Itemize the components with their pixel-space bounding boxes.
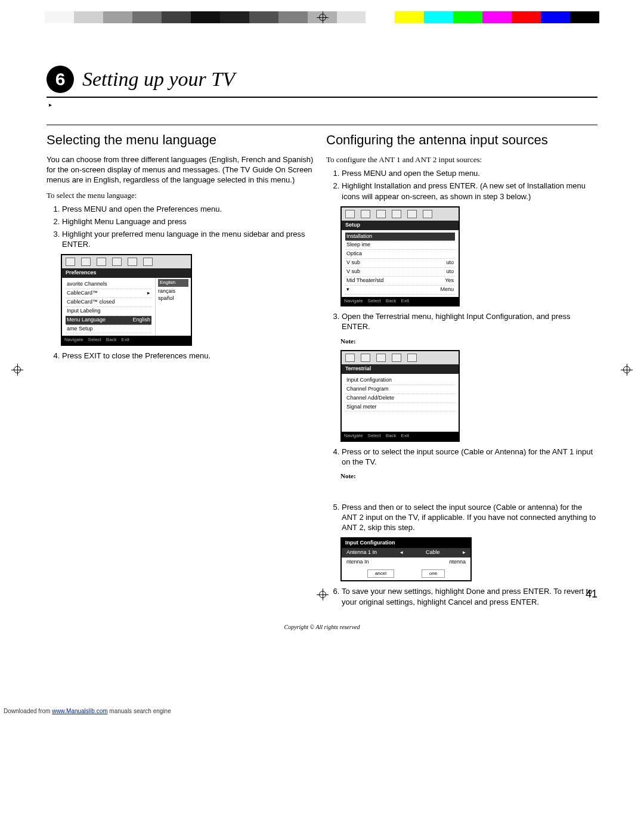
step-item: Press EXIT to close the Preferences menu… [62, 351, 318, 361]
nav-hint: Exit [401, 298, 409, 305]
step-item: Press MENU and open the Preferences menu… [62, 204, 318, 214]
menu-row: ame Setup [67, 326, 93, 333]
steps-list-right-4: Press or to select the input source (Cab… [342, 447, 597, 467]
menu-row: Sleep ime [346, 241, 370, 249]
menu-row: Menu [440, 286, 454, 293]
nav-hint: Exit [122, 337, 129, 343]
menu-screenshot-terrestrial: Terrestrial Input Configuration Channel … [340, 350, 460, 442]
steps-list-right-6: To save your new settings, highlight Don… [342, 586, 597, 606]
nav-hint: Navigate [64, 337, 83, 343]
menu-row: CableCard™ [67, 290, 98, 297]
menu-row: CableCard™ closed [67, 299, 115, 306]
menu-row: Channel Program [346, 386, 389, 393]
section-rule [47, 125, 597, 125]
menu-title: Preferences [62, 268, 191, 278]
manualslib-link[interactable]: www.Manualslib.com [52, 708, 107, 714]
menu-row: Mid Theater/std [346, 277, 383, 284]
config-row: Antenna 1 In [346, 549, 377, 556]
menu-option: spañol [158, 295, 188, 302]
nav-hint: Back [386, 298, 397, 305]
config-row: ntenna In [346, 559, 369, 566]
column-left: Selecting the menu language You can choo… [47, 131, 318, 612]
menu-title: Terrestrial [342, 364, 459, 374]
menu-row-hl: Installation [346, 233, 372, 240]
steps-list-right: Press MENU and open the Setup menu. High… [342, 168, 597, 201]
step-item: To save your new settings, highlight Don… [342, 586, 597, 606]
nav-hint: Select [368, 433, 381, 439]
step-item: Highlight Menu Language and press [62, 216, 318, 227]
menu-option: rançais [158, 288, 188, 295]
menu-row: Channel Add/Delete [346, 395, 394, 402]
copyright-line: Copyright © All rights reserved [47, 624, 597, 630]
nav-hint: Select [368, 298, 381, 305]
menu-screenshot-input-config: Input Configuration Antenna 1 In◂Cable▸ … [340, 537, 472, 581]
registration-mark-left [11, 364, 23, 376]
menu-screenshot-preferences: Preferences avorite Channels CableCard™▸… [61, 254, 192, 346]
chapter-title: Setting up your TV [82, 68, 235, 91]
nav-hint: Exit [401, 433, 409, 439]
subheading-right: To configure the ANT 1 and ANT 2 input s… [326, 154, 597, 165]
section-heading-left: Selecting the menu language [47, 131, 318, 148]
registration-mark-right [621, 364, 633, 376]
nav-hint: Navigate [344, 298, 363, 305]
subheading-left: To select the menu language: [47, 190, 318, 200]
step-item: Press MENU and open the Setup menu. [342, 168, 597, 178]
steps-list-left: Press MENU and open the Preferences menu… [62, 204, 318, 250]
registration-mark-bottom [317, 589, 329, 600]
nav-hint: Back [386, 433, 397, 439]
menu-row: Optica [346, 250, 362, 258]
note-label: Note: [340, 472, 597, 481]
steps-list-left-cont: Press EXIT to close the Preferences menu… [62, 351, 318, 361]
intro-text-left: You can choose from three different lang… [47, 154, 318, 185]
section-heading-right: Configuring the antenna input sources [326, 131, 597, 148]
menu-row: Input Labeling [67, 308, 101, 315]
steps-list-right-3: Open the Terrestrial menu, highlight Inp… [342, 311, 597, 332]
step-item: Highlight Installation and press ENTER. … [342, 181, 597, 201]
menu-title: Input Configuration [342, 538, 470, 548]
nav-hint: Back [106, 337, 117, 343]
menu-option: English [158, 279, 188, 287]
column-right: Configuring the antenna input sources To… [326, 131, 597, 612]
done-button: one [422, 569, 445, 578]
continuation-arrow-icon: ▸ [49, 101, 597, 108]
note-label: Note: [340, 337, 597, 346]
step-item: Open the Terrestrial menu, highlight Inp… [342, 311, 597, 332]
cancel-button: ancel [367, 569, 394, 578]
registration-mark-top [317, 11, 329, 23]
chapter-number: 6 [47, 66, 74, 93]
manualslib-footer: Downloaded from www.Manualslib.com manua… [4, 708, 644, 714]
menu-row: Signal meter [346, 404, 377, 411]
chapter-rule [47, 97, 597, 98]
step-item: Highlight your preferred menu language i… [62, 229, 318, 249]
page-number: 41 [586, 588, 597, 600]
menu-screenshot-setup: Setup Installation Sleep ime Optica V su… [340, 206, 460, 307]
menu-row: V sub [346, 268, 360, 275]
step-item: Press and then or to select the input so… [342, 502, 597, 532]
menu-row: avorite Channels [67, 281, 107, 288]
menu-row-hl: Menu Language [67, 317, 106, 324]
menu-row: Input Configuration [346, 377, 392, 384]
nav-hint: Select [88, 337, 101, 343]
menu-title: Setup [342, 221, 459, 230]
nav-hint: Navigate [344, 433, 363, 439]
steps-list-right-5: Press and then or to select the input so… [342, 502, 597, 532]
menu-row: V sub [346, 259, 360, 267]
step-item: Press or to select the input source (Cab… [342, 447, 597, 467]
